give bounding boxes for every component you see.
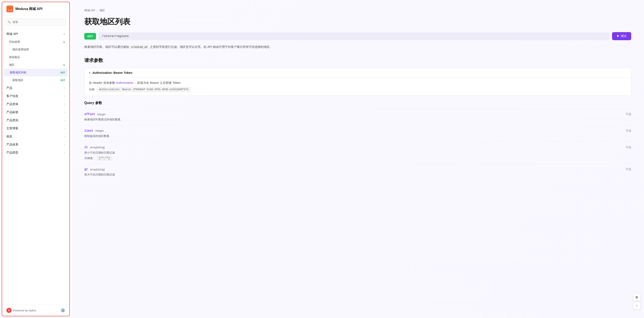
sidebar-item-get-region[interactable]: 获取地区 GET	[2, 76, 70, 84]
sidebar-item-getting-started[interactable]: 开始使用 ∨	[2, 38, 70, 46]
sidebar-item-payment[interactable]: 收款 ›	[2, 133, 70, 141]
sidebar-item-product-categories[interactable]: 产品类别 ›	[2, 116, 70, 125]
param-lt: lt array[string] 可选 按小于此日期的日期过滤 示例值： [""…	[84, 142, 631, 164]
auth-highlight: Authorization	[116, 81, 134, 84]
sidebar-item-get-regions-list[interactable]: 获取地区列表 GET	[4, 69, 68, 76]
sidebar-item-label: 获取地区列表	[10, 71, 26, 74]
breadcrumb-mall-api[interactable]: 商城 API	[84, 8, 95, 12]
param-lt-desc: 按小于此日期的日期过滤	[84, 151, 631, 155]
breadcrumb: 商城 API › 地区	[84, 8, 631, 12]
param-limit-name-group: limit integer	[84, 129, 104, 133]
app-title: Medusa 商城 API	[15, 7, 42, 11]
param-gt: gt array[string] 可选 按大于此日期的日期过滤	[84, 164, 631, 180]
param-offset-header: offset integer 可选	[84, 112, 631, 116]
param-lt-header: lt array[string] 可选	[84, 146, 631, 149]
chevron-right-icon: ›	[64, 111, 65, 114]
param-lt-type: array[string]	[90, 146, 105, 149]
query-params-title: Query 参数	[84, 101, 631, 105]
sidebar: 🦊 Medusa 商城 API 🔍 商城 API ∨ 开始使用 ∨ 项目使用说明…	[2, 2, 70, 316]
param-limit-header: limit integer 可选	[84, 129, 631, 133]
get-badge: GET	[60, 71, 65, 74]
param-gt-type: array[string]	[90, 168, 105, 171]
main-content: 商城 API › 地区 获取地区列表 GET /store/regions ▶ …	[72, 0, 644, 318]
chevron-down-icon: ∨	[63, 63, 65, 67]
chevron-down-icon: ∨	[63, 40, 65, 44]
sidebar-item-product-tags[interactable]: 产品标签 ›	[2, 108, 70, 116]
sidebar-item-blog[interactable]: 文章博客 ›	[2, 125, 70, 133]
param-offset-desc: 检索地区时要跳过的地区数量。	[84, 117, 631, 122]
footer-brand-label: Powered by Apifox	[13, 309, 36, 312]
sidebar-header: 🦊 Medusa 商城 API	[2, 2, 70, 16]
param-lt-name: lt	[84, 146, 88, 149]
param-gt-name-group: gt array[string]	[84, 168, 104, 171]
param-lt-optional: 可选	[626, 146, 631, 149]
apifox-logo-icon: A	[6, 308, 12, 313]
footer-brand: A Powered by Apifox	[6, 308, 36, 313]
sidebar-item-mall-api[interactable]: 商城 API ∨	[2, 30, 70, 38]
sidebar-item-product-variants[interactable]: 产品变体 ›	[2, 100, 70, 108]
float-grid-icon[interactable]: ⊞	[633, 293, 640, 301]
param-lt-example-value: ["",""]	[97, 156, 112, 160]
method-badge: GET	[84, 33, 96, 40]
desc-code: created_at	[130, 45, 149, 49]
sidebar-item-label: 获取地区	[12, 78, 24, 82]
desc-suffix: 之类的字段进行过滤。地区也可以分页。此 API 路由可用于向客户展示所有可供选择…	[150, 45, 272, 48]
param-limit-type: integer	[96, 129, 104, 132]
sidebar-item-label: 产品类别	[6, 119, 18, 122]
param-offset-optional: 可选	[626, 112, 631, 116]
auth-desc-prefix: 在 Header 添加参数	[89, 81, 115, 84]
get-badge: GET	[60, 79, 65, 81]
chevron-right-icon: ›	[64, 143, 65, 146]
try-button[interactable]: ▶ 调试	[612, 32, 631, 40]
param-limit-optional: 可选	[626, 129, 631, 133]
breadcrumb-regions[interactable]: 地区	[100, 8, 105, 12]
sidebar-item-products[interactable]: 产品 ›	[2, 84, 70, 92]
sidebar-item-label: 项目使用说明	[12, 48, 29, 51]
sidebar-item-label: 身份验证	[9, 55, 20, 59]
param-gt-desc: 按大于此日期的日期过滤	[84, 172, 631, 177]
sidebar-item-auth[interactable]: 身份验证	[2, 53, 70, 61]
page-description: 检索地区列表。地区可以通过诸如 created_at 之类的字段进行过滤。地区也…	[84, 44, 631, 50]
sidebar-item-label: 地区	[9, 63, 14, 67]
param-gt-name: gt	[84, 168, 88, 171]
auth-example-value: Authorization: Bearer 2f68dbbf-519d-4f01…	[97, 87, 190, 92]
sidebar-item-regions[interactable]: 地区 ∨	[2, 61, 70, 69]
search-input[interactable]	[6, 18, 66, 25]
sidebar-item-label: 产品变体	[6, 102, 18, 106]
float-icons: ⊞	[633, 293, 640, 301]
param-gt-optional: 可选	[626, 167, 631, 171]
param-offset-name: offset	[84, 113, 95, 116]
sidebar-item-product-system[interactable]: 产品体系 ›	[2, 141, 70, 149]
auth-header-label: Authorization: Bearer Token	[92, 71, 132, 74]
sidebar-item-label: 产品类型	[6, 151, 18, 155]
sidebar-item-label: 收款	[6, 135, 12, 139]
sidebar-item-product-types[interactable]: 产品类型 ›	[2, 149, 70, 157]
search-wrapper-container: 🔍	[2, 16, 70, 28]
back-to-top-button[interactable]: ↑	[633, 302, 640, 310]
param-offset-type: integer	[97, 113, 106, 116]
auth-desc-suffix: ，其值为在 Bearer 之后拼接 Token	[134, 81, 180, 84]
search-icon: 🔍	[8, 21, 11, 24]
auth-section: ∨ Authorization: Bearer Token 在 Header 添…	[84, 68, 631, 96]
sidebar-item-label: 文章博客	[6, 127, 18, 130]
chevron-down-icon: ∨	[89, 71, 91, 74]
sidebar-item-label: 开始使用	[9, 40, 20, 44]
sidebar-item-label: 产品体系	[6, 143, 18, 147]
chevron-right-icon: ›	[64, 135, 65, 138]
sidebar-item-project-desc[interactable]: 项目使用说明	[2, 46, 70, 53]
breadcrumb-separator: ›	[97, 9, 98, 12]
param-lt-name-group: lt array[string]	[84, 146, 104, 149]
chevron-right-icon: ›	[64, 119, 65, 122]
param-gt-header: gt array[string] 可选	[84, 167, 631, 171]
settings-icon[interactable]: ⚙️	[60, 308, 65, 313]
endpoint-path: /store/regions	[98, 32, 610, 40]
sidebar-item-label: 客户信息	[6, 94, 18, 98]
param-limit-desc: 限制返回的地区数量。	[84, 134, 631, 139]
chevron-right-icon: ›	[64, 151, 65, 154]
param-offset: offset integer 可选 检索地区时要跳过的地区数量。	[84, 109, 631, 125]
sidebar-footer: A Powered by Apifox ⚙️	[2, 305, 70, 316]
sidebar-item-customers[interactable]: 客户信息 ›	[2, 92, 70, 100]
auth-header[interactable]: ∨ Authorization: Bearer Token	[84, 68, 631, 78]
param-lt-example-label: 示例值：	[84, 156, 96, 160]
chevron-right-icon: ›	[64, 95, 65, 98]
